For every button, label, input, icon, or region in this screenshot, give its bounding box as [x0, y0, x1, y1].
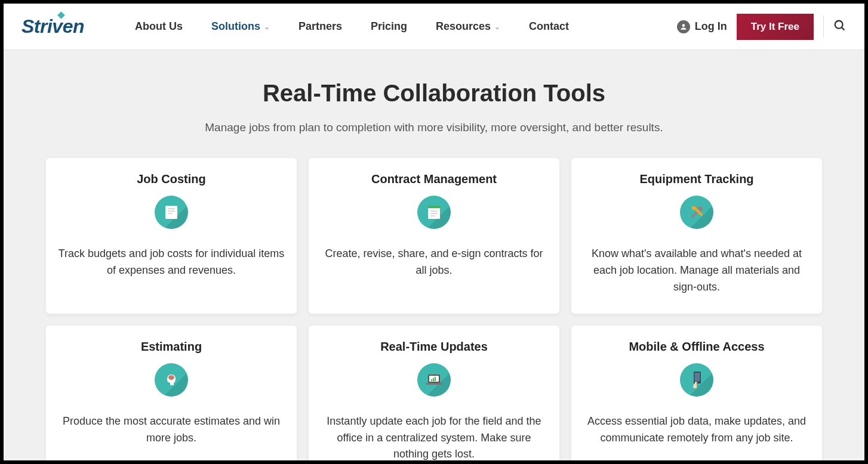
page-subtitle: Manage jobs from plan to completion with…: [4, 121, 864, 134]
main-nav: About Us Solutions ⌄ Partners Pricing Re…: [135, 20, 569, 33]
svg-point-16: [172, 376, 173, 378]
login-label: Log In: [695, 20, 727, 33]
page-title: Real-Time Collaboration Tools: [4, 80, 864, 107]
svg-rect-8: [428, 206, 440, 208]
card-title: Real-Time Updates: [321, 340, 547, 354]
feature-card-contract-management: Contract Management Create, revise, shar…: [309, 158, 559, 314]
feature-card-equipment-tracking: Equipment Tracking Know what's available…: [571, 158, 822, 314]
cta-label: Try It Free: [751, 21, 799, 32]
card-title: Estimating: [58, 340, 285, 354]
nav-partners[interactable]: Partners: [298, 20, 342, 33]
nav-label: About Us: [135, 20, 183, 33]
nav-about[interactable]: About Us: [135, 20, 183, 33]
svg-rect-13: [692, 206, 695, 210]
card-description: Access essential job data, make updates,…: [583, 413, 810, 447]
nav-label: Resources: [436, 20, 491, 33]
search-icon: [833, 19, 847, 32]
user-icon: [677, 20, 690, 33]
mobile-icon: [680, 363, 713, 397]
nav-pricing[interactable]: Pricing: [371, 20, 407, 33]
header-actions: Log In Try It Free: [677, 14, 847, 40]
nav-resources[interactable]: Resources ⌄: [436, 20, 500, 33]
logo-text: Striven: [21, 16, 84, 37]
divider: [823, 16, 824, 38]
feature-card-estimating: Estimating Produce the most accurate est…: [46, 326, 297, 460]
contract-icon: [417, 196, 451, 229]
card-description: Create, revise, share, and e-sign contra…: [321, 246, 547, 279]
svg-rect-22: [433, 378, 434, 381]
tools-icon: [680, 196, 713, 229]
svg-rect-21: [431, 379, 432, 381]
logo[interactable]: Striven: [21, 16, 84, 38]
chevron-down-icon: ⌄: [264, 23, 270, 31]
nav-label: Contact: [529, 20, 569, 33]
header: Striven About Us Solutions ⌄ Partners Pr…: [4, 4, 864, 50]
svg-rect-27: [695, 382, 697, 385]
feature-card-realtime-updates: Real-Time Updates Instantly update each …: [309, 326, 559, 460]
main-content: Real-Time Collaboration Tools Manage job…: [4, 50, 864, 460]
svg-point-1: [835, 20, 843, 28]
svg-point-0: [682, 24, 685, 27]
nav-label: Partners: [298, 20, 342, 33]
login-button[interactable]: Log In: [677, 20, 727, 33]
nav-contact[interactable]: Contact: [529, 20, 569, 33]
svg-rect-23: [435, 377, 436, 381]
feature-grid: Job Costing Track budgets and job costs …: [4, 158, 864, 460]
svg-rect-3: [165, 206, 177, 219]
chevron-down-icon: ⌄: [494, 23, 500, 31]
search-button[interactable]: [833, 19, 847, 35]
card-title: Job Costing: [58, 172, 285, 186]
document-icon: [155, 196, 188, 229]
card-title: Equipment Tracking: [583, 172, 810, 186]
card-description: Know what's available and what's needed …: [583, 246, 810, 296]
try-free-button[interactable]: Try It Free: [737, 14, 814, 40]
feature-card-mobile-offline: Mobile & Offline Access Access essential…: [571, 326, 822, 460]
svg-rect-20: [426, 383, 442, 385]
card-description: Track budgets and job costs for individu…: [58, 246, 285, 279]
brain-icon: [155, 363, 188, 397]
nav-solutions[interactable]: Solutions ⌄: [211, 20, 270, 33]
svg-point-26: [697, 382, 698, 383]
laptop-chart-icon: [417, 363, 451, 397]
nav-label: Solutions: [211, 20, 260, 33]
svg-line-2: [842, 27, 845, 30]
feature-card-job-costing: Job Costing Track budgets and job costs …: [46, 158, 297, 314]
card-title: Mobile & Offline Access: [583, 340, 810, 354]
nav-label: Pricing: [371, 20, 407, 33]
card-description: Produce the most accurate estimates and …: [58, 413, 285, 447]
card-title: Contract Management: [321, 172, 547, 186]
svg-point-17: [171, 378, 172, 379]
svg-point-15: [170, 376, 171, 377]
svg-rect-25: [695, 373, 700, 381]
card-description: Instantly update each job for the field …: [321, 413, 547, 460]
